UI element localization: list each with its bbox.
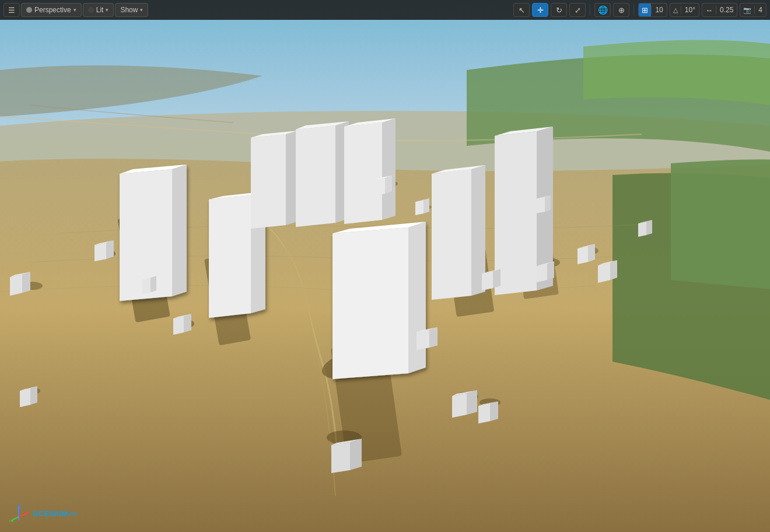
svg-text:X: X [27, 510, 29, 514]
svg-marker-27 [172, 164, 187, 296]
svg-marker-79 [10, 274, 22, 296]
lit-icon [88, 7, 94, 13]
svg-marker-57 [588, 244, 595, 262]
svg-marker-81 [150, 276, 156, 292]
svg-text:Z: Z [20, 503, 22, 506]
toolbar-right: ↖ ✛ ↺ ⤢ 🌐 ⊕ [513, 3, 766, 17]
svg-marker-87 [30, 386, 37, 405]
toolbar-left: ☰ Perspective ▾ Lit ▾ Show ▾ [4, 3, 148, 17]
lit-label: Lit [96, 6, 104, 14]
svg-marker-37 [296, 125, 335, 227]
scale-icon: ↔ [702, 4, 716, 16]
svg-marker-40 [344, 123, 382, 224]
transform-tool-button[interactable]: ✛ [532, 3, 548, 17]
svg-marker-91 [331, 442, 350, 473]
grid-value: 10 [651, 6, 666, 14]
show-chevron-icon: ▾ [140, 7, 143, 13]
svg-marker-48 [385, 176, 392, 194]
camera-control[interactable]: 📷 4 [740, 3, 766, 17]
select-tool-button[interactable]: ↖ [513, 3, 530, 17]
crosshair-button[interactable]: ⊕ [613, 3, 629, 17]
svg-marker-75 [106, 240, 114, 259]
svg-marker-73 [452, 393, 467, 418]
svg-marker-82 [142, 278, 150, 294]
angle-value: 10° [681, 6, 699, 14]
svg-marker-78 [22, 272, 30, 293]
expand-icon: ⤢ [575, 6, 581, 15]
globe-button[interactable]: 🌐 [594, 3, 611, 17]
svg-marker-52 [415, 200, 424, 215]
svg-text:Y: Y [9, 519, 11, 523]
perspective-label: Perspective [34, 6, 71, 14]
svg-marker-90 [350, 439, 362, 470]
show-label: Show [120, 6, 138, 14]
perspective-button[interactable]: Perspective ▾ [21, 3, 82, 17]
camera-icon: 📷 [740, 4, 754, 16]
lit-chevron-icon: ▾ [106, 7, 108, 13]
svg-marker-58 [578, 246, 588, 264]
svg-marker-88 [20, 388, 30, 407]
hamburger-icon: ☰ [8, 6, 15, 15]
scene-canvas [0, 0, 770, 532]
svg-marker-51 [424, 198, 429, 214]
svg-marker-49 [374, 178, 385, 195]
viewport: ☰ Perspective ▾ Lit ▾ Show ▾ [0, 0, 770, 532]
perspective-icon [26, 7, 32, 13]
menu-button[interactable]: ☰ [4, 3, 20, 17]
svg-marker-46 [432, 169, 471, 300]
svg-marker-94 [478, 404, 490, 424]
grid-icon: ⊞ [639, 4, 651, 16]
svg-marker-24 [408, 222, 426, 373]
show-button[interactable]: Show ▾ [115, 3, 148, 17]
angle-icon: △ [670, 4, 681, 16]
scale-value: 0.25 [716, 6, 737, 14]
crosshair-icon: ⊕ [618, 6, 625, 15]
lit-button[interactable]: Lit ▾ [83, 3, 114, 17]
cursor-icon: ↖ [519, 6, 525, 15]
svg-marker-63 [493, 269, 501, 288]
svg-marker-93 [490, 401, 498, 421]
camera-value: 4 [754, 6, 766, 14]
svg-marker-84 [184, 314, 191, 332]
svg-marker-54 [545, 195, 551, 212]
svg-marker-85 [173, 316, 184, 335]
move-icon: ✛ [537, 6, 544, 15]
toolbar: ☰ Perspective ▾ Lit ▾ Show ▾ [0, 0, 770, 20]
scale-control[interactable]: ↔ 0.25 [702, 3, 737, 17]
cesium-logo[interactable]: Z X Y ⊙CESIUM ion [8, 503, 77, 524]
svg-marker-64 [482, 271, 493, 290]
svg-marker-96 [646, 220, 652, 235]
svg-marker-55 [536, 197, 545, 214]
svg-marker-76 [94, 243, 106, 261]
svg-marker-60 [610, 260, 617, 280]
grid-control[interactable]: ⊞ 10 [638, 3, 667, 17]
globe-icon: 🌐 [598, 5, 608, 15]
svg-marker-61 [598, 262, 610, 283]
cesium-ion-text: ion [69, 510, 78, 517]
cesium-brand-text: ⊙CESIUM [32, 509, 68, 518]
refresh-icon: ↺ [556, 6, 562, 15]
svg-marker-43 [495, 131, 537, 295]
axes-widget: Z X Y [8, 503, 29, 524]
svg-marker-31 [209, 195, 251, 318]
refresh-button[interactable]: ↺ [551, 3, 567, 17]
angle-control[interactable]: △ 10° [670, 3, 699, 17]
svg-marker-39 [382, 118, 396, 220]
svg-marker-97 [638, 222, 646, 237]
svg-marker-69 [429, 327, 438, 348]
expand-button[interactable]: ⤢ [569, 3, 586, 17]
chevron-down-icon: ▾ [74, 7, 76, 13]
svg-marker-70 [416, 330, 429, 350]
svg-marker-25 [332, 228, 408, 379]
svg-marker-67 [537, 264, 547, 282]
svg-marker-34 [251, 134, 286, 229]
svg-marker-66 [547, 261, 554, 280]
svg-marker-72 [467, 390, 477, 415]
